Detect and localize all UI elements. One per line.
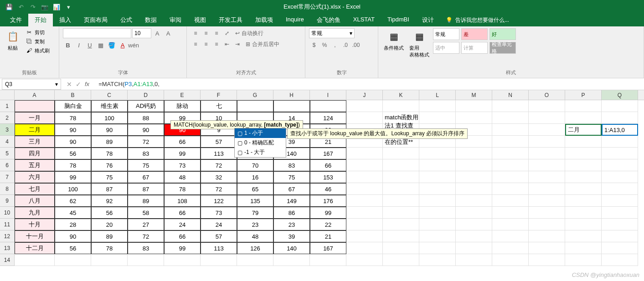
cell-O12[interactable] [529, 230, 565, 242]
redo-icon[interactable]: ↷ [27, 1, 38, 12]
cell-I14[interactable] [310, 254, 346, 266]
cell-F4[interactable]: 57 [201, 136, 237, 148]
row-header-14[interactable]: 14 [0, 254, 15, 266]
cell-B13[interactable]: 56 [55, 242, 91, 254]
style-good[interactable]: 好 [489, 28, 516, 40]
cell-P1[interactable] [565, 100, 602, 112]
cell-Q3[interactable]: 1:A13,0 [602, 124, 638, 136]
cell-J11[interactable] [346, 219, 383, 230]
cell-B14[interactable] [55, 254, 91, 266]
cell-Q14[interactable] [602, 254, 638, 266]
cell-I12[interactable]: 21 [310, 230, 346, 242]
cell-L9[interactable] [419, 195, 456, 207]
cell-N5[interactable] [492, 148, 529, 159]
cell-M12[interactable] [456, 230, 492, 242]
formula-input[interactable]: =MATCH(P3,A1:A13,0, [95, 81, 644, 87]
comma-button[interactable]: , [330, 40, 340, 50]
cell-O7[interactable] [529, 171, 565, 183]
cell-D12[interactable]: 72 [128, 230, 164, 242]
cell-K6[interactable] [383, 159, 419, 171]
cell-F12[interactable]: 57 [201, 230, 237, 242]
decrease-font-icon[interactable]: A [163, 28, 173, 38]
cell-B1[interactable]: 脑白金 [55, 100, 91, 112]
cell-L5[interactable] [419, 148, 456, 159]
cell-A4[interactable]: 三月 [15, 136, 55, 148]
orientation-button[interactable]: ⤢ [222, 28, 232, 38]
tab-home[interactable]: 开始 [28, 14, 53, 26]
cell-O1[interactable] [529, 100, 565, 112]
increase-font-icon[interactable]: A [152, 28, 162, 38]
cell-N1[interactable] [492, 100, 529, 112]
cell-F7[interactable]: 32 [201, 171, 237, 183]
cell-O2[interactable] [529, 112, 565, 124]
cell-N2[interactable] [492, 112, 529, 124]
cell-M14[interactable] [456, 254, 492, 266]
cell-J8[interactable] [346, 183, 383, 195]
cell-F6[interactable]: 72 [201, 159, 237, 171]
select-all-corner[interactable] [0, 90, 15, 100]
cell-J9[interactable] [346, 195, 383, 207]
row-header-1[interactable]: 1 [0, 100, 15, 112]
cell-N11[interactable] [492, 219, 529, 230]
paste-button[interactable]: 📋 粘贴 [4, 28, 22, 52]
cell-A1[interactable] [15, 100, 55, 112]
col-header-P[interactable]: P [565, 90, 602, 100]
cell-K14[interactable] [383, 254, 419, 266]
cell-Q12[interactable] [602, 230, 638, 242]
cell-O3[interactable] [529, 124, 565, 136]
cell-I13[interactable]: 167 [310, 242, 346, 254]
cell-K5[interactable] [383, 148, 419, 159]
cell-N9[interactable] [492, 195, 529, 207]
cell-D8[interactable]: 87 [128, 183, 164, 195]
row-header-11[interactable]: 11 [0, 219, 15, 230]
cell-A8[interactable]: 七月 [15, 183, 55, 195]
cell-F9[interactable]: 122 [201, 195, 237, 207]
fill-color-button[interactable]: 🪣 [107, 40, 117, 50]
tab-addins[interactable]: 加载项 [249, 14, 279, 26]
wrap-text-button[interactable]: ↩自动换行 [232, 28, 266, 38]
increase-decimal-button[interactable]: .0 [340, 40, 350, 50]
tab-inquire[interactable]: Inquire [279, 14, 310, 26]
cell-E13[interactable]: 99 [164, 242, 201, 254]
cell-C11[interactable]: 20 [91, 219, 128, 230]
undo-icon[interactable]: ↶ [15, 1, 26, 12]
cell-A11[interactable]: 十月 [15, 219, 55, 230]
number-format-dropdown[interactable]: 常规▾ [309, 28, 355, 38]
cell-G14[interactable] [237, 254, 273, 266]
tab-developer[interactable]: 开发工具 [212, 14, 249, 26]
cell-F1[interactable]: 七 [201, 100, 237, 112]
cell-P5[interactable] [565, 148, 602, 159]
row-header-12[interactable]: 12 [0, 230, 15, 242]
italic-button[interactable]: I [74, 40, 84, 50]
table-format-button[interactable]: ▦套用 表格格式 [407, 28, 431, 59]
border-button[interactable]: ▦ [96, 40, 106, 50]
style-normal[interactable]: 常规 [433, 28, 459, 40]
cancel-formula-button[interactable]: ✕ [67, 81, 72, 88]
col-header-D[interactable]: D [128, 90, 164, 100]
cell-H8[interactable]: 67 [273, 183, 310, 195]
cell-G9[interactable]: 135 [237, 195, 273, 207]
cell-P4[interactable] [565, 136, 602, 148]
cell-E11[interactable]: 24 [164, 219, 201, 230]
cell-E5[interactable]: 99 [164, 148, 201, 159]
cell-D14[interactable] [128, 254, 164, 266]
cell-C13[interactable]: 78 [91, 242, 128, 254]
row-header-3[interactable]: 3 [0, 124, 15, 136]
cell-O4[interactable] [529, 136, 565, 148]
cell-D4[interactable]: 72 [128, 136, 164, 148]
tell-me-search[interactable]: 💡告诉我您想要做什么... [440, 14, 509, 26]
cell-C3[interactable]: 90 [91, 124, 128, 136]
cell-P14[interactable] [565, 254, 602, 266]
cell-K1[interactable] [383, 100, 419, 112]
cell-D10[interactable]: 58 [128, 207, 164, 219]
col-header-L[interactable]: L [419, 90, 456, 100]
cell-Q11[interactable] [602, 219, 638, 230]
row-header-6[interactable]: 6 [0, 159, 15, 171]
cell-E12[interactable]: 66 [164, 230, 201, 242]
tab-file[interactable]: 文件 [4, 14, 28, 26]
cell-A10[interactable]: 九月 [15, 207, 55, 219]
bold-button[interactable]: B [63, 40, 73, 50]
cell-B9[interactable]: 62 [55, 195, 91, 207]
cell-P11[interactable] [565, 219, 602, 230]
cell-L12[interactable] [419, 230, 456, 242]
